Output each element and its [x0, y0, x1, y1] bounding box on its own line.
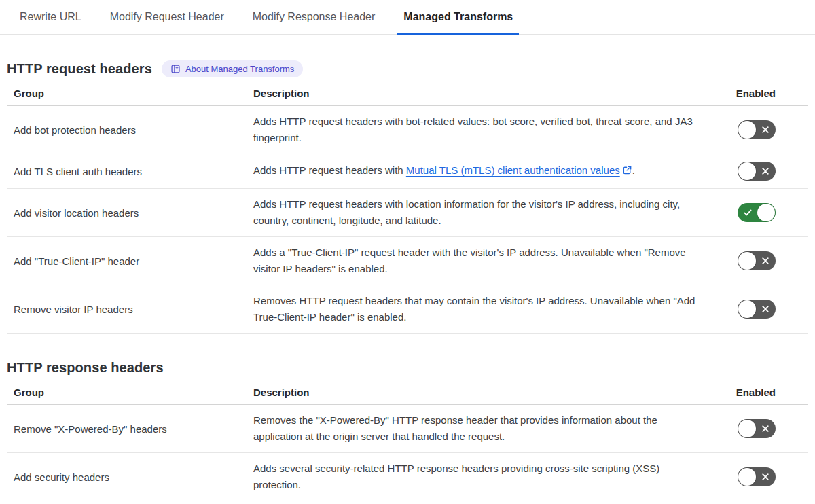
tab-managed-transforms[interactable]: Managed Transforms	[397, 0, 519, 34]
check-icon	[743, 208, 753, 217]
toggle-add-tls-client-auth-headers[interactable]	[738, 162, 776, 181]
toggle-knob	[738, 468, 756, 486]
group-label: Add TLS client auth headers	[7, 166, 247, 177]
tab-modify-response-header[interactable]: Modify Response Header	[247, 0, 382, 34]
toggle-add-visitor-location-headers[interactable]	[738, 203, 776, 222]
description-body: Adds a "True-Client-IP" request header w…	[253, 247, 686, 274]
x-icon	[761, 305, 769, 313]
external-link-icon[interactable]	[622, 164, 632, 180]
group-label: Add "True-Client-IP" header	[7, 255, 247, 267]
transforms-table: GroupDescriptionEnabledAdd bot protectio…	[7, 85, 808, 334]
tab-bar: Rewrite URLModify Request HeaderModify R…	[0, 0, 815, 35]
managed-transforms-content: HTTP request headersAbout Managed Transf…	[0, 59, 815, 501]
description-body: Adds HTTP request headers with location …	[253, 198, 680, 226]
tab-modify-request-header[interactable]: Modify Request Header	[104, 0, 230, 34]
enabled-cell	[706, 162, 808, 181]
x-icon	[761, 425, 769, 433]
description-text: Adds HTTP request headers with location …	[247, 196, 706, 229]
description-body: Adds several security-related HTTP respo…	[253, 463, 659, 490]
x-icon	[761, 126, 769, 134]
toggle-remove-visitor-ip-headers[interactable]	[738, 300, 776, 319]
toggle-knob	[757, 204, 775, 221]
toggle-knob	[738, 252, 756, 270]
table-row: Add bot protection headersAdds HTTP requ…	[7, 106, 808, 154]
column-header-enabled: Enabled	[706, 386, 808, 398]
column-header-description: Description	[247, 386, 706, 398]
table-row: Add security headersAdds several securit…	[7, 453, 808, 501]
toggle-knob	[738, 162, 756, 180]
enabled-cell	[706, 203, 808, 222]
about-managed-transforms-badge[interactable]: About Managed Transforms	[162, 60, 303, 77]
description-body: Removes the "X-Powered-By" HTTP response…	[253, 414, 657, 442]
group-label: Remove visitor IP headers	[7, 304, 247, 315]
x-icon	[761, 473, 769, 481]
toggle-remove-x-powered-by-headers[interactable]	[738, 419, 776, 438]
group-label: Add security headers	[7, 471, 247, 483]
section-title: HTTP response headers	[7, 360, 164, 376]
toggle-add-bot-protection-headers[interactable]	[738, 120, 776, 139]
toggle-knob	[738, 420, 756, 437]
enabled-cell	[706, 120, 808, 139]
description-text: Adds several security-related HTTP respo…	[247, 461, 706, 493]
description-text: Removes the "X-Powered-By" HTTP response…	[247, 412, 706, 445]
tab-rewrite-url[interactable]: Rewrite URL	[14, 0, 88, 34]
enabled-cell	[706, 251, 808, 270]
group-label: Add bot protection headers	[7, 124, 247, 136]
table-header-row: GroupDescriptionEnabled	[7, 85, 808, 106]
column-header-enabled: Enabled	[706, 88, 808, 99]
section-title-row: HTTP response headers	[7, 358, 808, 377]
description-text: Adds a "True-Client-IP" request header w…	[247, 245, 706, 277]
x-icon	[761, 257, 769, 265]
group-label: Remove "X-Powered-By" headers	[7, 423, 247, 435]
description-text: Removes HTTP request headers that may co…	[247, 293, 706, 325]
toggle-add-true-client-ip-header[interactable]	[738, 251, 776, 270]
description-suffix: .	[632, 164, 635, 176]
column-header-description: Description	[247, 88, 706, 99]
description-body: Removes HTTP request headers that may co…	[253, 295, 695, 323]
column-header-group: Group	[7, 88, 247, 99]
description-text: Adds HTTP request headers with Mutual TL…	[247, 162, 706, 180]
transforms-table: GroupDescriptionEnabledRemove "X-Powered…	[7, 384, 808, 501]
table-row: Add TLS client auth headersAdds HTTP req…	[7, 154, 808, 189]
table-row: Add "True-Client-IP" headerAdds a "True-…	[7, 237, 808, 285]
description-prefix: Adds HTTP request headers with	[253, 164, 406, 176]
section-http-response-headers: HTTP response headersGroupDescriptionEna…	[7, 358, 808, 501]
section-http-request-headers: HTTP request headersAbout Managed Transf…	[7, 59, 808, 334]
toggle-knob	[738, 121, 756, 139]
mtls-docs-link[interactable]: Mutual TLS (mTLS) client authentication …	[406, 164, 620, 176]
toggle-knob	[738, 300, 756, 318]
section-title: HTTP request headers	[7, 61, 152, 77]
table-row: Add visitor location headersAdds HTTP re…	[7, 189, 808, 237]
book-icon	[170, 64, 181, 74]
enabled-cell	[706, 300, 808, 319]
description-text: Adds HTTP request headers with bot-relat…	[247, 113, 706, 146]
table-row: Remove visitor IP headersRemoves HTTP re…	[7, 285, 808, 334]
enabled-cell	[706, 467, 808, 486]
column-header-group: Group	[7, 386, 247, 398]
toggle-add-security-headers[interactable]	[738, 467, 776, 486]
x-icon	[761, 167, 769, 175]
table-header-row: GroupDescriptionEnabled	[7, 384, 808, 405]
badge-label: About Managed Transforms	[185, 64, 294, 74]
section-title-row: HTTP request headersAbout Managed Transf…	[7, 59, 808, 78]
description-body: Adds HTTP request headers with bot-relat…	[253, 115, 693, 143]
table-row: Remove "X-Powered-By" headersRemoves the…	[7, 405, 808, 453]
enabled-cell	[706, 419, 808, 438]
group-label: Add visitor location headers	[7, 207, 247, 219]
